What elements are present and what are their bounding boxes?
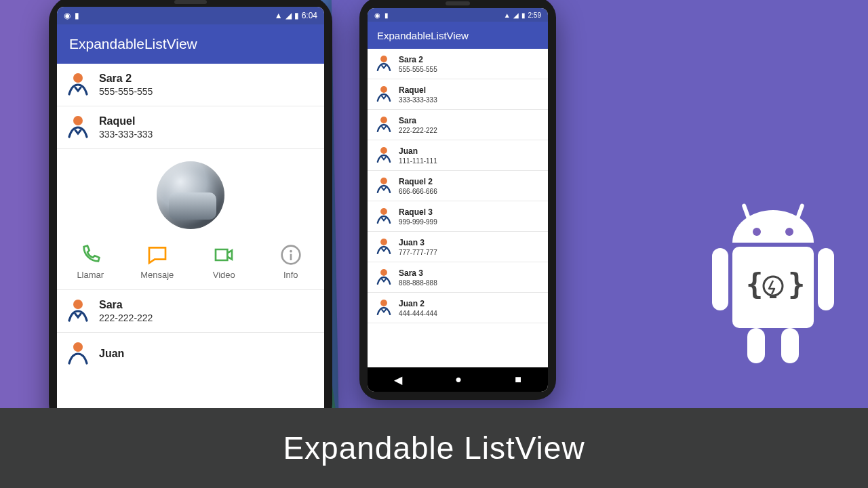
svg-point-27 xyxy=(380,269,387,276)
contact-phone: 555-555-555 xyxy=(399,66,437,73)
contact-name: Raquel 3 xyxy=(399,207,437,217)
svg-point-13 xyxy=(73,73,83,83)
battery-charging-icon: ▮ xyxy=(294,11,299,20)
nav-home-button[interactable]: ● xyxy=(455,373,462,386)
person-icon xyxy=(66,72,90,98)
contact-detail-panel: Llamar Mensaje Video Info xyxy=(57,149,324,290)
app-bar: ExpandableListView xyxy=(57,24,324,64)
svg-point-19 xyxy=(73,342,83,352)
svg-point-23 xyxy=(380,147,387,154)
person-icon xyxy=(376,146,392,165)
svg-point-22 xyxy=(380,117,387,123)
contact-row[interactable]: Juan 2 444-444-444 xyxy=(368,293,548,323)
contact-phone: 666-666-666 xyxy=(399,188,437,195)
person-icon xyxy=(376,85,392,104)
contact-row[interactable]: Raquel 333-333-333 xyxy=(57,106,324,149)
video-button[interactable]: Video xyxy=(200,244,248,280)
contact-phone: 222-222-222 xyxy=(99,312,153,323)
contact-name: Sara 2 xyxy=(99,73,153,85)
contact-phone: 555-555-555 xyxy=(99,86,153,97)
svg-point-3 xyxy=(785,228,793,236)
contact-name: Raquel xyxy=(399,85,437,95)
app-title: ExpandableListView xyxy=(69,36,197,52)
status-bar: ◉ ▮ ▲ ◢ ▮ 6:04 xyxy=(57,7,324,24)
contact-phone: 444-444-444 xyxy=(399,310,437,317)
contact-name: Sara 3 xyxy=(399,268,437,278)
svg-point-14 xyxy=(73,116,83,125)
svg-point-21 xyxy=(380,86,387,93)
svg-point-28 xyxy=(380,300,387,306)
info-button[interactable]: Info xyxy=(267,244,315,280)
contact-name: Juan 3 xyxy=(399,238,437,247)
svg-text:{: { xyxy=(746,268,763,301)
svg-point-20 xyxy=(380,56,387,62)
contact-row[interactable]: Juan 3 777-777-777 xyxy=(368,232,548,262)
contact-phone: 888-888-888 xyxy=(399,279,437,287)
app-bar: ExpandableListView xyxy=(368,22,548,49)
svg-point-26 xyxy=(380,239,387,245)
action-label: Info xyxy=(283,270,298,280)
sd-card-icon: ▮ xyxy=(75,11,79,20)
contacts-list-small[interactable]: Sara 2 555-555-555 Raquel 333-333-333 Sa… xyxy=(368,49,548,367)
contact-row[interactable]: Sara 2 555-555-555 xyxy=(57,64,324,106)
svg-point-18 xyxy=(73,300,83,309)
contact-phone: 333-333-333 xyxy=(99,129,153,140)
screen-small: ◉ ▮ ▲ ◢ ▮ 2:59 ExpandableListView Sara 2… xyxy=(368,8,548,392)
contact-avatar[interactable] xyxy=(157,161,224,229)
person-icon xyxy=(376,268,392,287)
wifi-icon: ▲ xyxy=(504,12,511,19)
svg-rect-5 xyxy=(712,248,728,310)
contact-name: Sara 2 xyxy=(399,55,437,64)
person-icon xyxy=(376,237,392,256)
person-icon xyxy=(66,115,90,140)
message-button[interactable]: Mensaje xyxy=(134,244,181,280)
contact-row[interactable]: Raquel 3 999-999-999 xyxy=(368,201,548,232)
phone-frame-large: ◉ ▮ ▲ ◢ ▮ 6:04 ExpandableListView xyxy=(49,0,332,430)
contact-phone: 777-777-777 xyxy=(399,249,437,256)
title-banner: Expandable ListView xyxy=(0,408,868,488)
person-icon xyxy=(376,207,392,226)
contact-row[interactable]: Sara 222-222-222 xyxy=(57,290,324,333)
svg-point-25 xyxy=(380,208,387,215)
person-icon xyxy=(376,54,392,73)
contact-name: Sara xyxy=(399,116,437,125)
contact-row[interactable]: Sara 222-222-222 xyxy=(368,110,548,140)
signal-icon: ◢ xyxy=(513,12,519,19)
videocam-icon xyxy=(213,244,235,266)
nav-recent-button[interactable]: ■ xyxy=(515,373,521,386)
contact-phone: 111-111-111 xyxy=(399,157,437,165)
contact-row[interactable]: Juan 111-111-111 xyxy=(368,140,548,171)
phone-frame-small: ◉ ▮ ▲ ◢ ▮ 2:59 ExpandableListView Sara 2… xyxy=(359,0,556,400)
svg-rect-8 xyxy=(781,328,799,363)
contact-row[interactable]: Raquel 2 666-666-666 xyxy=(368,171,548,201)
signal-icon: ◢ xyxy=(285,11,292,20)
nav-back-button[interactable]: ◀ xyxy=(394,373,402,386)
sd-card-icon: ▮ xyxy=(384,12,389,19)
contact-row[interactable]: Juan xyxy=(57,333,324,375)
svg-text:}: } xyxy=(788,268,805,301)
banner-title: Expandable ListView xyxy=(283,430,585,466)
person-icon xyxy=(66,341,90,367)
message-icon xyxy=(146,244,168,266)
contact-name: Sara xyxy=(99,299,153,311)
contact-name: Juan xyxy=(399,146,437,156)
notification-dot-icon: ◉ xyxy=(64,11,71,20)
call-button[interactable]: Llamar xyxy=(66,244,114,280)
screen-large: ◉ ▮ ▲ ◢ ▮ 6:04 ExpandableListView xyxy=(57,7,324,419)
contact-row[interactable]: Raquel 333-333-333 xyxy=(368,79,548,110)
contacts-list-large[interactable]: Sara 2 555-555-555 Raquel 333-333-333 xyxy=(57,64,324,419)
contact-name: Raquel 2 xyxy=(399,177,437,186)
contact-row[interactable]: Sara 2 555-555-555 xyxy=(368,49,548,79)
action-label: Llamar xyxy=(77,270,104,280)
person-icon xyxy=(376,176,392,195)
svg-point-2 xyxy=(753,228,761,236)
contact-row[interactable]: Sara 3 888-888-888 xyxy=(368,262,548,293)
svg-rect-7 xyxy=(747,328,765,363)
contact-name: Raquel xyxy=(99,115,153,127)
contact-phone: 333-333-333 xyxy=(399,96,437,104)
person-icon xyxy=(376,298,392,317)
phone-icon xyxy=(79,244,101,266)
notification-dot-icon: ◉ xyxy=(374,12,380,19)
svg-point-24 xyxy=(380,178,387,184)
svg-point-16 xyxy=(290,250,292,253)
